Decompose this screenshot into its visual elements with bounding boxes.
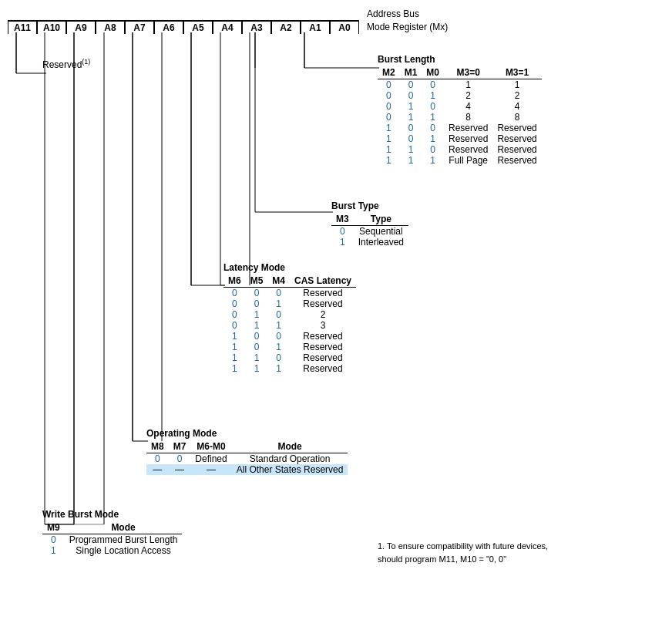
note-text: To ensure compatibility with future devi… (378, 541, 548, 564)
addr-bit-a6: A6 (154, 20, 183, 34)
bl-header-m1: M1 (400, 66, 422, 79)
addr-bit-a7: A7 (125, 20, 154, 34)
addr-bit-a1: A1 (301, 20, 330, 34)
bt-row-1: 1 Interleaved (331, 237, 408, 248)
lm-header-m4: M4 (267, 275, 290, 288)
lm-row-6: 1 1 0 Reserved (223, 352, 356, 363)
reserved-label: Reserved(1) (42, 58, 90, 70)
bl-header-m0: M0 (422, 66, 444, 79)
bl-row-2: 0 1 0 4 4 (378, 101, 542, 112)
lm-row-7: 1 1 1 Reserved (223, 363, 356, 374)
addr-bit-a10: A10 (37, 20, 66, 34)
lm-row-3: 0 1 1 3 (223, 320, 356, 331)
note-section: 1. To ensure compatibility with future d… (378, 540, 548, 565)
burst-type-title: Burst Type (331, 200, 408, 211)
operating-mode-section: Operating Mode M8 M7 M6-M0 Mode 0 0 Defi… (146, 428, 348, 475)
latency-mode-title: Latency Mode (223, 262, 356, 273)
bt-header-type: Type (354, 213, 408, 226)
bt-header-m3: M3 (331, 213, 354, 226)
addr-bit-a5: A5 (183, 20, 213, 34)
operating-mode-title: Operating Mode (146, 428, 348, 439)
write-burst-section: Write Burst Mode M9 Mode 0 Programmed Bu… (42, 509, 182, 556)
wb-row-1: 1 Single Location Access (42, 545, 182, 556)
bl-row-1: 0 0 1 2 2 (378, 90, 542, 101)
bl-row-3: 0 1 1 8 8 (378, 112, 542, 123)
bl-row-7: 1 1 1 Full Page Reserved (378, 155, 542, 166)
addr-bit-a4: A4 (213, 20, 242, 34)
bl-row-5: 1 0 1 Reserved Reserved (378, 133, 542, 144)
burst-type-table: M3 Type 0 Sequential 1 Interleaved (331, 213, 408, 248)
om-header-m6m0: M6-M0 (190, 440, 231, 453)
wb-header-mode: Mode (65, 521, 183, 534)
addr-bit-a2: A2 (271, 20, 301, 34)
note-number: 1. (378, 541, 385, 551)
burst-length-title: Burst Length (378, 54, 542, 65)
lm-row-4: 1 0 0 Reserved (223, 331, 356, 342)
latency-mode-table: M6 M5 M4 CAS Latency 0 0 0 Reserved 0 0 … (223, 275, 356, 374)
wb-header-m9: M9 (42, 521, 65, 534)
addr-bit-a9: A9 (66, 20, 96, 34)
lm-header-cas: CAS Latency (290, 275, 356, 288)
burst-length-section: Burst Length M2 M1 M0 M3=0 M3=1 0 0 0 1 … (378, 54, 542, 166)
write-burst-table: M9 Mode 0 Programmed Burst Length 1 Sing… (42, 521, 182, 556)
bl-row-0: 0 0 0 1 1 (378, 79, 542, 91)
bt-row-0: 0 Sequential (331, 226, 408, 238)
lm-row-1: 0 0 1 Reserved (223, 298, 356, 309)
om-row-0: 0 0 Defined Standard Operation (146, 453, 348, 465)
burst-length-table: M2 M1 M0 M3=0 M3=1 0 0 0 1 1 0 0 (378, 66, 542, 166)
om-header-mode: Mode (232, 440, 348, 453)
operating-mode-table: M8 M7 M6-M0 Mode 0 0 Defined Standard Op… (146, 440, 348, 475)
addr-bits-container: A11 A10 A9 A8 A7 A6 A5 A4 A3 A2 A1 A0 (8, 20, 359, 34)
write-burst-title: Write Burst Mode (42, 509, 182, 520)
om-row-1: — — — All Other States Reserved (146, 464, 348, 475)
addr-bit-a11: A11 (8, 20, 37, 34)
lm-row-0: 0 0 0 Reserved (223, 288, 356, 299)
address-bus-label: Address Bus Mode Register (Mx) (367, 8, 448, 34)
lm-row-5: 1 0 1 Reserved (223, 342, 356, 352)
address-bus-row: A11 A10 A9 A8 A7 A6 A5 A4 A3 A2 A1 A0 Ad… (8, 8, 664, 34)
bl-header-m3eq1: M3=1 (492, 66, 541, 79)
bl-header-m3eq0: M3=0 (444, 66, 492, 79)
om-header-m7: M7 (169, 440, 191, 453)
addr-bit-a0: A0 (330, 20, 359, 34)
bl-row-4: 1 0 0 Reserved Reserved (378, 123, 542, 133)
lm-header-m5: M5 (246, 275, 268, 288)
lm-row-2: 0 1 0 2 (223, 309, 356, 320)
bl-header-m2: M2 (378, 66, 400, 79)
om-header-m8: M8 (146, 440, 169, 453)
main-container: A11 A10 A9 A8 A7 A6 A5 A4 A3 A2 A1 A0 Ad… (0, 0, 672, 620)
bl-row-6: 1 1 0 Reserved Reserved (378, 144, 542, 155)
addr-bit-a3: A3 (242, 20, 271, 34)
latency-mode-section: Latency Mode M6 M5 M4 CAS Latency 0 0 0 … (223, 262, 356, 374)
addr-bit-a8: A8 (96, 20, 125, 34)
lm-header-m6: M6 (223, 275, 246, 288)
wb-row-0: 0 Programmed Burst Length (42, 534, 182, 546)
burst-type-section: Burst Type M3 Type 0 Sequential 1 Interl… (331, 200, 408, 248)
